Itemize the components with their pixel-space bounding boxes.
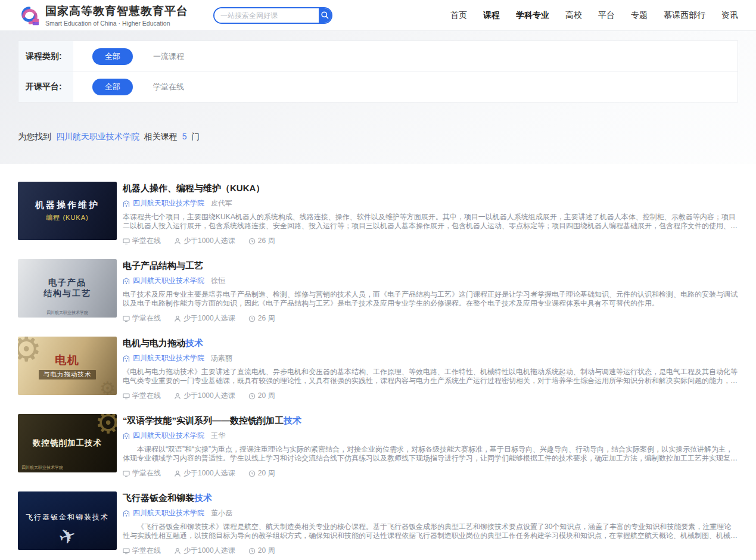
school-link[interactable]: 四川航天职业技术学院 xyxy=(133,353,204,363)
thumbnail-caption: 机器操作维护 xyxy=(35,200,99,211)
course-card: ⚙ ⚙ 电机 与电力拖动技术 电机与电力拖动技术 四川航天职业技术学院 汤素丽 … xyxy=(18,337,738,401)
enrollment-icon xyxy=(174,470,181,477)
course-title-highlight: 技术 xyxy=(185,338,203,348)
duration-text: 20 周 xyxy=(258,391,275,401)
filter-category-label: 课程类别: xyxy=(18,41,73,71)
school-icon xyxy=(123,355,130,362)
platform-title: 国家高等教育智慧教育平台 xyxy=(45,4,188,19)
course-title-text: “双语学技能”实训系列——数控铣削加工 xyxy=(123,415,284,425)
course-description: 《电机与电力拖动技术》主要讲述了直流电机、异步电机和变压器的基本结构、工作原理、… xyxy=(123,368,738,385)
course-title[interactable]: 机器人操作、编程与维护（KUKA） xyxy=(123,183,738,194)
search-icon xyxy=(321,11,329,20)
thumbnail-caption-2: 与电力拖动技术 xyxy=(39,370,97,379)
thumbnail-footer: 四川航天职业技术学院 xyxy=(18,310,117,316)
result-prefix: 为您找到 xyxy=(18,132,51,141)
platform-name: 学堂在线 xyxy=(132,546,161,556)
enrollment-icon xyxy=(174,238,181,245)
course-card: ⚙ 数控铣削加工技术 四川航天职业技术学院 “双语学技能”实训系列——数控铣削加… xyxy=(18,414,738,478)
gear-icon: ⚙ xyxy=(95,414,117,438)
course-meta: 学堂在线 少于1000人选课 20 周 xyxy=(123,468,738,478)
teacher-name: 皮代军 xyxy=(211,198,232,209)
filter-platform-all-button[interactable]: 全部 xyxy=(92,79,133,95)
course-description: 电子技术及应用专业主要是培养电子产品制造、检测、维修与营销的技术人员，而《电子产… xyxy=(123,290,738,308)
platform-name: 学堂在线 xyxy=(132,468,161,478)
school-icon xyxy=(123,510,130,517)
result-keyword-link[interactable]: 四川航天职业技术学院 xyxy=(56,132,139,141)
course-description: 本课程以“双语”和“实操”为重点，授课注重理论与实际的紧密结合，对接企业岗位需求… xyxy=(123,445,738,463)
school-link[interactable]: 四川航天职业技术学院 xyxy=(133,508,204,518)
course-description: 《飞行器钣金和铆装技术》课程是航空、航天制造类相关专业的核心课程。基于飞行器钣金… xyxy=(123,522,738,540)
search-button[interactable] xyxy=(319,8,331,23)
course-thumbnail[interactable]: ⚙ ⚙ 电机 与电力拖动技术 xyxy=(18,337,117,395)
nav-universities[interactable]: 高校 xyxy=(565,10,582,21)
top-header: 国家高等教育智慧教育平台 Smart Education of China · … xyxy=(0,0,756,31)
course-list: 机器操作维护 编程 (KUKA) 机器人操作、编程与维护（KUKA） 四川航天职… xyxy=(0,164,756,560)
school-icon xyxy=(123,200,130,207)
filter-category-all-button[interactable]: 全部 xyxy=(92,48,133,65)
teacher-name: 王华 xyxy=(211,431,225,441)
enrollment-text: 少于1000人选课 xyxy=(183,313,235,323)
course-card: 机器操作维护 编程 (KUKA) 机器人操作、编程与维护（KUKA） 四川航天职… xyxy=(18,182,738,246)
course-meta: 学堂在线 少于1000人选课 26 周 xyxy=(123,313,738,323)
thumbnail-caption-2: 编程 (KUKA) xyxy=(46,213,88,222)
logo-swirl-icon xyxy=(18,4,41,27)
gear-icon: ⚙ xyxy=(99,379,116,395)
nav-news[interactable]: 资讯 xyxy=(721,10,738,21)
duration-icon xyxy=(248,547,256,555)
course-meta: 学堂在线 少于1000人选课 26 周 xyxy=(123,236,738,246)
thumbnail-caption-2: 结构与工艺 xyxy=(43,288,91,299)
course-title[interactable]: “双语学技能”实训系列——数控铣削加工技术 xyxy=(123,415,738,427)
school-link[interactable]: 四川航天职业技术学院 xyxy=(133,431,204,441)
filter-row-category: 课程类别: 全部 一流课程 xyxy=(18,41,738,71)
result-suffix: 门 xyxy=(191,132,200,141)
enrollment-icon xyxy=(174,315,181,322)
nav-mooc-west[interactable]: 慕课西部行 xyxy=(664,10,705,21)
enrollment-icon xyxy=(174,393,181,400)
filter-platform-label: 开课平台: xyxy=(18,72,73,102)
school-link[interactable]: 四川航天职业技术学院 xyxy=(133,276,204,286)
nav-courses[interactable]: 课程 xyxy=(483,10,500,21)
platform-icon xyxy=(123,315,130,322)
course-title[interactable]: 电机与电力拖动技术 xyxy=(123,338,738,349)
platform-icon xyxy=(123,393,130,400)
result-count: 5 xyxy=(182,132,187,141)
result-summary: 为您找到 四川航天职业技术学院 相关课程 5 门 xyxy=(18,132,738,142)
thumbnail-caption: 数控铣削加工技术 xyxy=(33,438,102,449)
teacher-name: 徐恒 xyxy=(211,276,225,286)
nav-topics[interactable]: 专题 xyxy=(631,10,648,21)
main-nav: 首页 课程 学科专业 高校 平台 专题 慕课西部行 资讯 xyxy=(450,10,738,21)
course-thumbnail[interactable]: 飞行器钣金和铆装技术 ✈ xyxy=(18,491,117,550)
course-thumbnail[interactable]: ⚙ 数控铣削加工技术 四川航天职业技术学院 xyxy=(18,414,117,472)
duration-icon xyxy=(248,470,256,477)
platform-logo[interactable]: 国家高等教育智慧教育平台 Smart Education of China · … xyxy=(18,4,188,27)
school-link[interactable]: 四川航天职业技术学院 xyxy=(133,198,204,209)
thumbnail-caption: 电机 xyxy=(55,353,80,368)
course-title[interactable]: 电子产品结构与工艺 xyxy=(123,260,738,272)
filter-option-xuetangx[interactable]: 学堂在线 xyxy=(153,82,184,92)
airplane-icon: ✈ xyxy=(56,524,79,548)
course-thumbnail[interactable]: 电子产品 结构与工艺 四川航天职业技术学院 xyxy=(18,259,117,318)
search-bar[interactable] xyxy=(213,7,332,24)
search-input[interactable] xyxy=(214,8,319,23)
filter-option-first-class-course[interactable]: 一流课程 xyxy=(153,51,184,62)
filter-panel: 课程类别: 全部 一流课程 开课平台: 全部 学堂在线 xyxy=(18,41,738,102)
nav-platforms[interactable]: 平台 xyxy=(598,10,615,21)
teacher-name: 汤素丽 xyxy=(211,353,232,363)
course-thumbnail[interactable]: 机器操作维护 编程 (KUKA) xyxy=(18,182,117,240)
nav-home[interactable]: 首页 xyxy=(450,10,467,21)
course-card: 飞行器钣金和铆装技术 ✈ 飞行器钣金和铆装技术 四川航天职业技术学院 董小磊 《… xyxy=(18,491,738,556)
course-meta: 学堂在线 少于1000人选课 20 周 xyxy=(123,546,738,556)
platform-subtitle: Smart Education of China · Higher Educat… xyxy=(45,20,188,27)
enrollment-text: 少于1000人选课 xyxy=(183,236,235,246)
enrollment-text: 少于1000人选课 xyxy=(183,546,235,556)
platform-name: 学堂在线 xyxy=(132,313,161,323)
course-title[interactable]: 飞行器钣金和铆装技术 xyxy=(123,493,738,504)
duration-text: 20 周 xyxy=(258,468,275,478)
enrollment-text: 少于1000人选课 xyxy=(183,391,235,401)
course-meta: 学堂在线 少于1000人选课 20 周 xyxy=(123,391,738,401)
platform-icon xyxy=(123,547,130,555)
course-title-text: 电机与电力拖动 xyxy=(123,338,185,348)
duration-icon xyxy=(248,238,256,245)
nav-disciplines[interactable]: 学科专业 xyxy=(516,10,549,21)
enrollment-icon xyxy=(174,547,181,555)
